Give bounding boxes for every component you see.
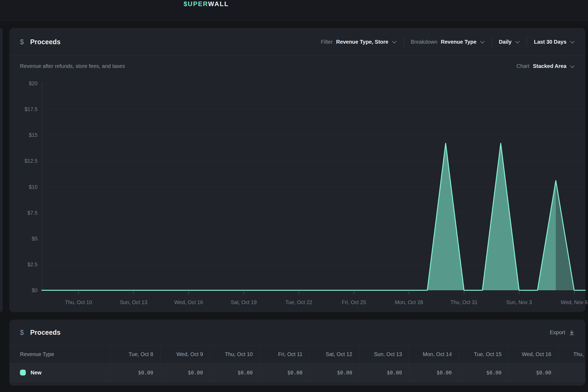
y-axis-label: $20 xyxy=(29,80,38,86)
table-cell-revenue-type: New xyxy=(9,363,110,382)
y-axis-label: $7.5 xyxy=(27,210,38,216)
table-cell-value: $0.00 xyxy=(558,363,585,382)
table-cell-value: $0.00 xyxy=(359,363,409,382)
table-cell-value: $0.00 xyxy=(210,363,260,382)
topbar: $UPERWALL xyxy=(0,0,588,21)
y-axis-label: $17.5 xyxy=(24,106,38,112)
column-header-label: Wed, Oct 9 xyxy=(176,351,203,357)
proceeds-chart-canvas[interactable]: $0$2.5$5$7.5$10$12.5$15$17.5$20Thu, Oct … xyxy=(9,28,585,312)
table-cell-value: $0.00 xyxy=(110,363,160,382)
cell-value: $0.00 xyxy=(238,370,253,375)
y-axis-label: $10 xyxy=(29,184,38,190)
table-cell-value: $0.00 xyxy=(260,363,309,382)
y-axis-label: $15 xyxy=(29,132,38,138)
cell-value: $0.00 xyxy=(188,370,203,375)
cell-value: $0.00 xyxy=(486,370,502,375)
column-header-label: Fri, Oct 11 xyxy=(278,351,303,357)
y-axis-label: $5 xyxy=(32,236,38,242)
adjacent-card-divider xyxy=(0,56,3,56)
cell-value: $0.00 xyxy=(337,370,352,375)
proceeds-chart-card: $ Proceeds Filter Revenue Type, Store Br… xyxy=(9,28,585,312)
table-header-cell-date: Mon, Oct 14 xyxy=(409,346,459,363)
column-header-label: Revenue Type xyxy=(20,351,54,357)
x-tick-label: Thu, Oct 31 xyxy=(450,299,478,305)
column-header-label: Sun, Oct 13 xyxy=(374,351,402,357)
table-cell-value: $0.00 xyxy=(508,363,558,382)
table-cell-value: $0.00 xyxy=(309,363,359,382)
table-header-cell-date: Tue, Oct 8 xyxy=(110,346,160,363)
export-button[interactable]: Export xyxy=(550,329,575,336)
column-header-label: Tue, Oct 8 xyxy=(129,351,153,357)
table-header-cell-date: Wed, Oct 16 xyxy=(508,346,558,363)
table-header-cell-date: Wed, Oct 9 xyxy=(160,346,210,363)
table-card-header: $ Proceeds Export xyxy=(9,320,585,345)
table-header-cell-date: Fri, Oct 11 xyxy=(260,346,309,363)
app-logo: $UPERWALL xyxy=(184,0,229,8)
table-header-cell-date: Sun, Oct 13 xyxy=(359,346,409,363)
y-axis-label: $12.5 xyxy=(24,158,38,164)
table-card-title: Proceeds xyxy=(30,329,60,336)
x-tick-label: Thu, Oct 10 xyxy=(65,299,92,305)
cell-value: $0.00 xyxy=(536,370,551,375)
proceeds-table-card: $ Proceeds Export Revenue TypeTue, Oct 8… xyxy=(9,320,585,386)
table-header-cell-date: Sat, Oct 12 xyxy=(309,346,359,363)
column-header-label: Thu, Oct 10 xyxy=(225,351,253,357)
column-header-label: Wed, Oct 16 xyxy=(522,351,551,357)
table-cell-value: $0.00 xyxy=(459,363,508,382)
export-label: Export xyxy=(550,329,565,336)
table-header-row: Revenue TypeTue, Oct 8Wed, Oct 9Thu, Oct… xyxy=(9,345,585,363)
cell-value: $0.00 xyxy=(287,370,303,375)
download-icon xyxy=(569,330,575,336)
dollar-icon: $ xyxy=(20,328,24,337)
cell-value: $0.00 xyxy=(387,370,402,375)
y-axis-label: $2.5 xyxy=(27,262,38,267)
adjacent-card-sliver xyxy=(0,28,3,312)
column-header-label: Sat, Oct 12 xyxy=(326,351,352,357)
logo-rest-text: WALL xyxy=(208,0,229,7)
table-row: New$0.00$0.00$0.00$0.00$0.00$0.00$0.00$0… xyxy=(9,363,585,382)
x-tick-label: Sun, Oct 13 xyxy=(120,299,147,305)
cell-value: $0.00 xyxy=(437,370,452,375)
table-card-title-group: $ Proceeds xyxy=(20,328,61,337)
table-header-cell-date: Thu, Oct 10 xyxy=(210,346,260,363)
x-tick-label: Fri, Oct 25 xyxy=(342,299,366,305)
cell-value: $0.00 xyxy=(138,370,153,375)
x-tick-label: Mon, Oct 28 xyxy=(395,299,423,305)
table-header-cell-date: Tue, Oct 15 xyxy=(459,346,508,363)
x-tick-label: Sat, Oct 19 xyxy=(231,299,257,305)
table-cell-value: $0.00 xyxy=(160,363,210,382)
table-header-cell-date: Thu, Oct 17 xyxy=(558,346,585,363)
x-tick-label: Sun, Nov 3 xyxy=(506,299,532,305)
series-color-swatch xyxy=(20,370,26,375)
proceeds-table: Revenue TypeTue, Oct 8Wed, Oct 9Thu, Oct… xyxy=(9,345,585,382)
x-tick-label: Wed, Oct 16 xyxy=(174,299,203,305)
table-header-cell-revenue-type: Revenue Type xyxy=(9,346,110,363)
column-header-label: Thu, Oct 17 xyxy=(573,351,586,357)
logo-accent-text: $UPER xyxy=(184,0,208,7)
column-header-label: Mon, Oct 14 xyxy=(423,351,452,357)
column-header-label: Tue, Oct 15 xyxy=(474,351,502,357)
revenue-type-label: New xyxy=(31,370,42,376)
table-cell-value: $0.00 xyxy=(409,363,459,382)
y-axis-label: $0 xyxy=(32,287,38,293)
x-tick-label: Wed, Nov 6 xyxy=(561,299,588,305)
x-tick-label: Tue, Oct 22 xyxy=(285,299,312,305)
